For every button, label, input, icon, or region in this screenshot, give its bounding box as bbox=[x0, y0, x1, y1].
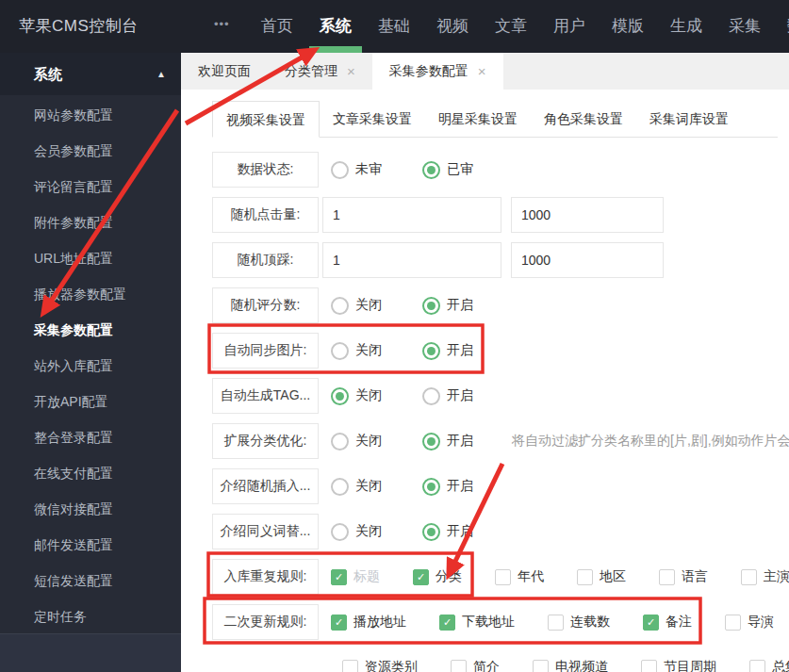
subtab[interactable]: 角色采集设置 bbox=[531, 101, 636, 137]
topnav-item[interactable]: 视频 bbox=[423, 0, 482, 53]
checkbox-icon[interactable] bbox=[533, 660, 549, 672]
topnav-item[interactable]: 数据 bbox=[774, 0, 789, 53]
checkbox-icon[interactable]: ✓ bbox=[331, 615, 347, 631]
open-tab[interactable]: 分类管理× bbox=[268, 53, 372, 90]
sidebar-item[interactable]: 短信发送配置 bbox=[0, 563, 181, 598]
topnav-item[interactable]: 采集 bbox=[715, 0, 774, 53]
checkbox-option[interactable]: 资源类别 bbox=[342, 659, 418, 672]
checkbox-option[interactable]: 简介 bbox=[451, 659, 500, 672]
radio-icon[interactable] bbox=[422, 433, 440, 451]
checkbox-icon[interactable] bbox=[342, 660, 358, 672]
checkbox-icon[interactable] bbox=[725, 615, 741, 631]
checkbox-option[interactable]: 年代 bbox=[495, 568, 544, 585]
open-tab[interactable]: 欢迎页面 bbox=[181, 53, 268, 90]
sidebar-item[interactable]: 播放器参数配置 bbox=[0, 276, 181, 312]
radio-option[interactable]: 开启 bbox=[422, 342, 473, 360]
checkbox-icon[interactable]: ✓ bbox=[413, 569, 429, 585]
checkbox-icon[interactable] bbox=[495, 569, 511, 585]
checkbox-option[interactable]: ✓备注 bbox=[643, 614, 692, 631]
radio-icon[interactable] bbox=[331, 433, 349, 451]
radio-icon[interactable] bbox=[422, 161, 440, 179]
radio-option[interactable]: 开启 bbox=[422, 297, 473, 315]
more-icon[interactable]: ••• bbox=[214, 0, 230, 49]
topnav-item[interactable]: 系统 bbox=[306, 0, 365, 53]
radio-icon[interactable] bbox=[331, 161, 349, 179]
open-tab[interactable]: 采集参数配置× bbox=[372, 53, 503, 90]
checkbox-option[interactable]: ✓下载地址 bbox=[439, 614, 515, 631]
checkbox-option[interactable]: ✓播放地址 bbox=[331, 614, 406, 631]
sidebar-item[interactable]: URL地址配置 bbox=[0, 240, 181, 276]
radio-icon[interactable] bbox=[422, 523, 440, 541]
topnav-item[interactable]: 基础 bbox=[365, 0, 423, 53]
sidebar-item[interactable]: 会员参数配置 bbox=[0, 133, 181, 169]
sidebar-item[interactable]: 评论留言配置 bbox=[0, 169, 181, 205]
checkbox-option[interactable]: 导演 bbox=[725, 614, 774, 631]
checkbox-icon[interactable]: ✓ bbox=[331, 569, 347, 585]
checkbox-icon[interactable]: ✓ bbox=[643, 615, 659, 631]
text-input[interactable] bbox=[511, 242, 664, 278]
sidebar-item[interactable]: 在线支付配置 bbox=[0, 455, 181, 491]
radio-option[interactable]: 关闭 bbox=[331, 297, 382, 315]
radio-option[interactable]: 关闭 bbox=[331, 433, 382, 451]
collapse-caret-icon[interactable]: ▲ bbox=[156, 53, 166, 95]
radio-icon[interactable] bbox=[331, 523, 349, 541]
radio-option[interactable]: 开启 bbox=[422, 523, 473, 541]
checkbox-icon[interactable] bbox=[741, 569, 757, 585]
sidebar-item[interactable]: 开放API配置 bbox=[0, 384, 181, 419]
checkbox-icon[interactable]: ✓ bbox=[439, 615, 455, 631]
checkbox-option[interactable]: 电视频道 bbox=[533, 659, 608, 672]
sidebar-item[interactable]: 微信对接配置 bbox=[0, 491, 181, 527]
checkbox-icon[interactable] bbox=[451, 660, 467, 672]
sidebar-item[interactable]: 整合登录配置 bbox=[0, 419, 181, 455]
checkbox-option[interactable]: 总集数 bbox=[749, 659, 789, 672]
subtab[interactable]: 采集词库设置 bbox=[636, 101, 742, 137]
radio-option[interactable]: 开启 bbox=[422, 433, 473, 451]
topnav-item[interactable]: 模版 bbox=[599, 0, 657, 53]
topnav-item[interactable]: 生成 bbox=[657, 0, 715, 53]
sidebar-item[interactable]: 定时任务 bbox=[0, 598, 181, 634]
radio-icon[interactable] bbox=[422, 342, 440, 360]
text-input[interactable] bbox=[322, 197, 501, 233]
sidebar-item[interactable]: 邮件发送配置 bbox=[0, 527, 181, 563]
checkbox-icon[interactable] bbox=[749, 660, 765, 672]
radio-icon[interactable] bbox=[422, 297, 440, 315]
radio-option[interactable]: 开启 bbox=[422, 387, 473, 405]
sidebar-section-header[interactable]: 系统 ▲ bbox=[0, 53, 181, 95]
close-icon[interactable]: × bbox=[478, 64, 486, 78]
text-input[interactable] bbox=[511, 197, 664, 233]
checkbox-icon[interactable] bbox=[659, 569, 675, 585]
checkbox-option[interactable]: 语言 bbox=[659, 568, 708, 585]
subtab[interactable]: 视频采集设置 bbox=[212, 101, 320, 138]
sidebar-item[interactable]: 站外入库配置 bbox=[0, 348, 181, 384]
subtab[interactable]: 明星采集设置 bbox=[425, 101, 531, 137]
radio-icon[interactable] bbox=[331, 297, 349, 315]
radio-option[interactable]: 未审 bbox=[331, 161, 382, 179]
radio-option[interactable]: 已审 bbox=[422, 161, 473, 179]
radio-option[interactable]: 关闭 bbox=[331, 387, 382, 405]
checkbox-option[interactable]: 主演 bbox=[741, 568, 789, 585]
checkbox-option[interactable]: 连载数 bbox=[548, 614, 610, 631]
radio-icon[interactable] bbox=[422, 387, 440, 405]
checkbox-option[interactable]: ✓分类 bbox=[413, 568, 462, 585]
checkbox-option[interactable]: 地区 bbox=[577, 568, 626, 585]
topnav-item[interactable]: 用户 bbox=[540, 0, 599, 53]
sidebar-item[interactable]: 采集参数配置 bbox=[0, 312, 181, 348]
radio-icon[interactable] bbox=[331, 387, 349, 405]
topnav-item[interactable]: 文章 bbox=[482, 0, 540, 53]
sidebar-item[interactable]: 网站参数配置 bbox=[0, 97, 181, 133]
checkbox-icon[interactable] bbox=[548, 615, 564, 631]
subtab[interactable]: 文章采集设置 bbox=[320, 101, 425, 137]
radio-icon[interactable] bbox=[331, 342, 349, 360]
radio-option[interactable]: 开启 bbox=[422, 478, 473, 496]
sidebar-item[interactable]: 附件参数配置 bbox=[0, 205, 181, 240]
text-input[interactable] bbox=[322, 242, 501, 278]
checkbox-icon[interactable] bbox=[577, 569, 593, 585]
radio-option[interactable]: 关闭 bbox=[331, 478, 382, 496]
checkbox-icon[interactable] bbox=[641, 660, 657, 672]
radio-icon[interactable] bbox=[331, 478, 349, 496]
topnav-item[interactable]: 首页 bbox=[248, 0, 306, 53]
checkbox-option[interactable]: 节目周期 bbox=[641, 659, 716, 672]
checkbox-option[interactable]: ✓标题 bbox=[331, 568, 380, 585]
close-icon[interactable]: × bbox=[347, 64, 355, 78]
radio-option[interactable]: 关闭 bbox=[331, 523, 382, 541]
